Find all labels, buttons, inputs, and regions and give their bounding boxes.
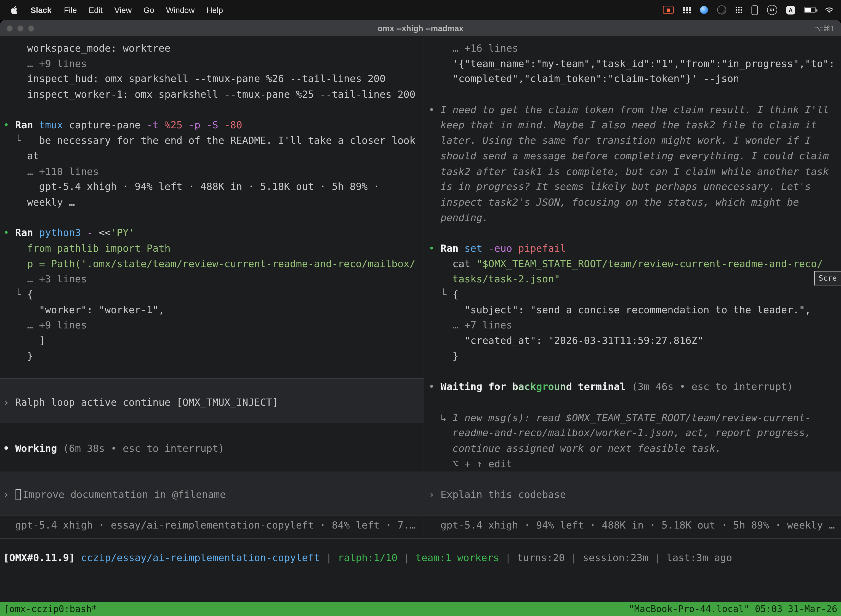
text-segment: inspect_worker-1: omx sparkshell --tmux-… [3,89,416,100]
menu-item-help[interactable]: Help [201,5,229,14]
text-segment: | [648,552,666,563]
text-segment: … +9 lines [27,319,87,331]
text-segment: continue assigned work or next feasible … [428,443,721,454]
text-segment: terminal [572,381,632,392]
terminal-line: workspace_mode: worktree [3,41,424,56]
minimize-button[interactable] [17,25,23,31]
wifi-icon[interactable] [825,7,834,13]
terminal-line: • Ran python3 - <<'PY' [3,226,424,241]
terminal-line [3,380,424,395]
text-segment: "completed","claim_token":"claim-token"}… [428,73,739,84]
terminal-line: readme-and-reco/mailbox/worker-1.json, a… [428,425,841,441]
terminal-line [428,87,841,103]
menu-app-name[interactable]: Slack [24,5,58,14]
text-segment: tmux [39,119,69,131]
terminal-line: └ { [428,287,841,302]
text-segment: "worker": "worker-1", [3,304,165,315]
title-bar[interactable]: omx --xhigh --madmax ⌥⌘1 [0,20,841,37]
dark-circle-app-icon[interactable] [717,5,726,14]
text-segment: | [320,552,338,563]
battery-nub [816,9,817,12]
terminal-left-pane[interactable]: workspace_mode: worktree … +9 lines insp… [0,37,424,538]
text-segment: -t [147,119,164,131]
terminal-line: gpt-5.4 xhigh · 94% left · 488K in · 5.1… [3,179,424,195]
text-segment: background [512,381,572,392]
text-segment: set [464,243,488,254]
terminal-line: at [3,148,424,164]
terminal-line [428,364,841,380]
terminal-line: … +9 lines [3,318,424,333]
text-segment: cczip/essay/ai-reimplementation-copyleft [81,552,320,563]
terminal-line: pending. [428,210,841,226]
text-segment: Ralph loop active continue [OMX_TMUX_INJ… [15,396,278,408]
screen-recording-icon[interactable] [663,6,674,14]
battery-fill [805,8,811,12]
text-segment [428,43,453,54]
text-segment: Ran [15,119,39,131]
tmux-status-bar: [omx-cczip0:bash* "MacBook-Pro-44.local"… [0,602,841,616]
text-segment: › [428,489,440,500]
text-segment: cat [428,258,476,269]
grid-icon[interactable] [683,7,691,13]
terminal-line: "completed","claim_token":"claim-token"}… [428,72,841,87]
text-segment [3,58,27,69]
dots-grid-icon[interactable] [736,6,742,13]
terminal-line: p = Path('.omx/state/team/review-current… [3,257,424,272]
terminal-line [3,364,424,380]
text-segment: should send a message before completing … [428,150,829,161]
text-segment: └ [3,135,39,146]
text-segment: later. Using the same for transition mig… [428,135,811,146]
battery-icon[interactable] [804,7,816,13]
window-shortcut: ⌥⌘1 [814,24,835,32]
text-segment: "subject": "send a concise recommendatio… [428,304,811,315]
terminal-line: ↳ 1 new msg(s): read $OMX_TEAM_STATE_ROO… [428,410,841,425]
meter-icon[interactable]: 61 [767,5,777,15]
blue-app-icon[interactable] [700,6,708,14]
text-segment: › [3,396,15,408]
text-segment: '{"team_name":"my-team","task_id":"1","f… [428,58,835,69]
text-segment: "$OMX_TEAM_STATE_ROOT/team/review-curren… [476,258,823,269]
text-segment: Explain this codebase [441,489,566,500]
terminal-line [3,456,424,472]
terminal-line: • Working (6m 38s • esc to interrupt) [3,441,424,456]
terminal-line: • Ran set -euo pipefail [428,241,841,257]
menu-item-go[interactable]: Go [138,5,160,14]
text-segment: … +7 lines [453,319,512,331]
text-segment: 'PY' [111,227,135,238]
text-segment: • [3,119,15,131]
text-segment: { [453,289,459,300]
device-icon[interactable] [752,5,758,15]
zoom-button[interactable] [28,25,34,31]
terminal-line: • I need to get the claim token from the… [428,103,841,118]
menu-item-view[interactable]: View [108,5,138,14]
terminal-line: later. Using the same for transition mig… [428,133,841,148]
menu-item-edit[interactable]: Edit [83,5,108,14]
text-segment: pipefail [518,243,566,254]
terminal-line [3,503,424,518]
terminal-line [3,472,424,487]
input-source-icon[interactable]: A [786,6,795,14]
pane-divider[interactable] [424,37,424,538]
text-segment: Ran [15,227,39,238]
terminal-right-pane[interactable]: … +16 lines '{"team_name":"my-team","tas… [424,37,841,538]
close-button[interactable] [6,25,13,31]
text-segment: gpt-5.4 xhigh · 94% left · 488K in · 5.1… [3,181,379,192]
text-segment [3,273,27,285]
omx-status-line: [OMX#0.11.9] cczip/essay/ai-reimplementa… [3,551,732,566]
menu-item-file[interactable]: File [58,5,83,14]
text-segment: task2 after task1 is complete, but can I… [428,166,829,177]
text-segment: - [87,227,99,238]
text-segment: inspect task2's JSON, focusing on the st… [428,196,799,208]
menu-item-window[interactable]: Window [160,5,200,14]
terminal-line: … +110 lines [3,164,424,179]
apple-menu-icon[interactable] [9,5,24,15]
window-title: omx --xhigh --madmax [0,24,841,33]
status-divider [0,538,841,539]
text-segment: p = Path('.omx/state/team/review-current… [3,258,416,269]
text-segment: be necessary for the end of the README. … [39,135,416,146]
terminal-line: task2 after task1 is complete, but can I… [428,164,841,179]
terminal-line: should send a message before completing … [428,148,841,164]
text-cursor [16,489,21,500]
text-segment: -p [189,119,207,131]
text-segment: from pathlib import Path [3,243,170,254]
